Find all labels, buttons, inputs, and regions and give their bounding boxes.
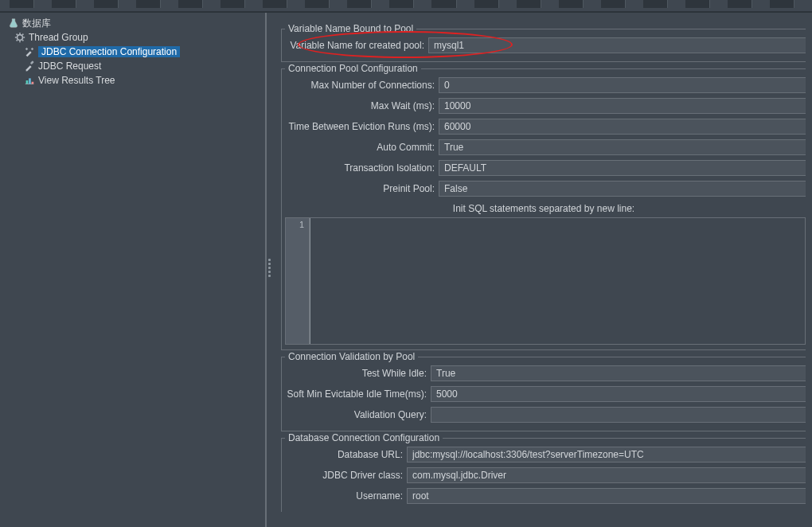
toolbar-button-19[interactable] [770, 0, 794, 8]
group-title: Variable Name Bound to Pool [285, 23, 416, 34]
autocommit-label: Auto Commit: [282, 142, 439, 153]
code-body[interactable] [310, 218, 805, 344]
driver-label: JDBC Driver class: [282, 470, 407, 481]
toolbar-button-16[interactable] [643, 0, 668, 8]
evict-label: Time Between Eviction Runs (ms): [282, 121, 439, 132]
toolbar-button-2[interactable] [52, 0, 76, 8]
init-sql-label: Init SQL statements separated by new lin… [282, 203, 806, 214]
idle-select[interactable] [431, 365, 806, 381]
max-conn-label: Max Number of Connections: [282, 80, 439, 91]
splitter-handle[interactable] [267, 13, 273, 527]
toolbar-button-12[interactable] [474, 0, 499, 8]
svg-rect-2 [26, 80, 29, 84]
pipette-icon [24, 61, 35, 72]
flask-icon [8, 18, 19, 29]
evict-input[interactable] [439, 119, 806, 135]
svg-rect-1 [30, 61, 34, 64]
chart-icon [24, 75, 35, 86]
db-url-input[interactable] [407, 447, 806, 463]
toolbar-button-4[interactable] [136, 0, 161, 8]
tree-root[interactable]: 数据库 [3, 16, 265, 30]
toolbar-button-8[interactable] [305, 0, 330, 8]
toolbar [0, 0, 812, 11]
tree-item-jdbc-request[interactable]: JDBC Request [3, 59, 265, 73]
toolbar-button-6[interactable] [221, 0, 245, 8]
softmin-input[interactable] [431, 386, 806, 402]
tree-root-label: 数据库 [22, 17, 51, 30]
tree-item-label: Thread Group [29, 32, 88, 43]
max-wait-label: Max Wait (ms): [282, 100, 439, 111]
toolbar-button-15[interactable] [601, 0, 626, 8]
svg-rect-4 [32, 82, 34, 84]
softmin-label: Soft Min Evictable Idle Time(ms): [282, 388, 431, 400]
preinit-select[interactable] [439, 181, 806, 197]
toolbar-button-7[interactable] [263, 0, 287, 8]
toolbar-button-5[interactable] [178, 0, 203, 8]
toolbar-button-11[interactable] [431, 0, 456, 8]
toolbar-button-3[interactable] [94, 0, 119, 8]
toolbar-button-9[interactable] [347, 0, 372, 8]
group-title: Connection Validation by Pool [285, 351, 418, 362]
toolbar-button-13[interactable] [517, 0, 541, 8]
toolbar-button-1[interactable] [10, 0, 34, 8]
isolation-select[interactable] [439, 160, 806, 176]
init-sql-editor[interactable]: 1 [285, 217, 806, 345]
user-input[interactable] [407, 488, 806, 504]
tree-item-label: JDBC Connection Configuration [38, 46, 180, 57]
group-variable-name: Variable Name Bound to Pool Variable Nam… [281, 29, 806, 62]
test-plan-tree: 数据库 Thread Group JDBC Connection Configu… [0, 13, 267, 527]
config-panel: Comments: Variable Name Bound to Pool Va… [273, 13, 812, 527]
preinit-label: Preinit Pool: [282, 183, 439, 194]
autocommit-select[interactable] [439, 139, 806, 155]
tree-item-results-tree[interactable]: View Results Tree [3, 73, 265, 88]
tree-item-jdbc-config[interactable]: JDBC Connection Configuration [3, 45, 265, 59]
var-name-label: Variable Name for created pool: [282, 40, 428, 51]
db-url-label: Database URL: [282, 449, 407, 460]
isolation-label: Transaction Isolation: [282, 162, 439, 174]
group-title: Connection Pool Configuration [285, 63, 421, 74]
toolbar-button-17[interactable] [685, 0, 710, 8]
tree-item-thread-group[interactable]: Thread Group [3, 30, 265, 45]
driver-select[interactable] [407, 467, 806, 483]
svg-point-0 [18, 35, 23, 41]
gutter: 1 [286, 218, 310, 344]
toolbar-button-14[interactable] [559, 0, 584, 8]
group-db-config: Database Connection Configuration Databa… [281, 438, 806, 512]
idle-label: Test While Idle: [282, 368, 431, 379]
max-wait-input[interactable] [439, 98, 806, 114]
svg-rect-3 [29, 78, 31, 84]
group-validation: Connection Validation by Pool Test While… [281, 357, 806, 431]
group-pool-config: Connection Pool Configuration Max Number… [281, 68, 806, 350]
var-name-input[interactable] [428, 37, 806, 53]
toolbar-button-18[interactable] [728, 0, 752, 8]
tree-item-label: JDBC Request [38, 61, 101, 72]
group-title: Database Connection Configuration [285, 432, 443, 443]
toolbar-button-10[interactable] [389, 0, 414, 8]
max-conn-input[interactable] [439, 77, 806, 93]
vq-input[interactable] [431, 407, 806, 423]
vq-label: Validation Query: [282, 409, 431, 420]
tree-item-label: View Results Tree [38, 75, 115, 86]
user-label: Username: [282, 490, 407, 502]
tools-icon [24, 46, 35, 57]
gear-icon [14, 32, 25, 43]
